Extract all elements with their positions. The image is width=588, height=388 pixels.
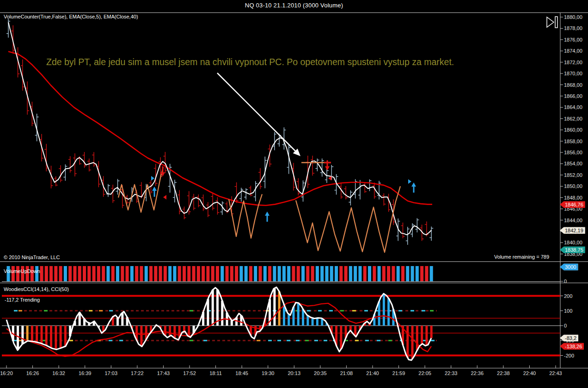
buy-arrow-icon	[152, 187, 157, 191]
price-axis-label: 1848,00	[564, 195, 582, 200]
step-bar-icon	[555, 17, 557, 28]
volume-bar	[121, 266, 124, 281]
volume-bar	[116, 266, 119, 281]
cci-histogram-bar	[421, 326, 423, 344]
price-axis-label: 1862,00	[564, 116, 582, 121]
volume-bar	[78, 266, 81, 281]
cci-histogram-bar	[64, 326, 67, 346]
volume-bar	[339, 266, 343, 281]
cci-histogram-bar	[425, 326, 428, 345]
volume-bar	[239, 266, 243, 281]
chart-annotation-text[interactable]: Zde byl PT, ale jedu sim a musel jsem na…	[46, 57, 454, 67]
cci-histogram-bar	[26, 326, 29, 341]
volume-bar	[168, 266, 172, 281]
sell-arrow-down-arrow-icon	[162, 166, 164, 172]
price-axis-label: 1850,00	[564, 183, 582, 189]
cci-histogram-bar	[50, 326, 52, 348]
volume-bar	[397, 266, 400, 281]
cci-histogram-bar	[45, 326, 48, 346]
cci-histogram-bar	[17, 326, 19, 350]
volume-bar	[192, 266, 196, 281]
entry-signal-icon	[151, 176, 154, 181]
cci-histogram-bar	[173, 326, 176, 338]
volume-bar	[73, 266, 76, 281]
entry-signal-icon	[408, 179, 411, 184]
volume-bar	[97, 266, 100, 281]
play-triangle-icon	[547, 17, 554, 27]
volume-bar	[135, 266, 138, 281]
cci-panel-label[interactable]: WoodiesCCI(14,14), CCI(50)	[4, 286, 69, 292]
cci-histogram-bar	[416, 326, 418, 351]
volume-bar	[344, 266, 348, 281]
cci-histogram-bar	[60, 326, 62, 348]
volume-bar	[335, 266, 338, 281]
price-marker-tag: 1838,75	[560, 246, 585, 253]
time-axis-label: 16:39	[79, 370, 92, 376]
cci-histogram-bar	[430, 326, 433, 338]
volume-bar	[406, 266, 409, 281]
cci-histogram-bar	[36, 326, 38, 342]
volume-bar	[216, 266, 219, 281]
volume-bar	[254, 266, 257, 281]
volume-bar	[249, 266, 252, 281]
volume-bar	[68, 266, 72, 281]
volume-bar	[358, 266, 361, 281]
price-axis-label: 1866,00	[564, 93, 582, 99]
cci-histogram-bar	[340, 326, 342, 349]
volume-bar	[297, 266, 300, 281]
cci-histogram-bar	[121, 313, 123, 326]
time-axis-label: 19:30	[262, 370, 275, 376]
copyright-label: © 2010 NinjaTrader, LLC	[4, 255, 60, 260]
volume-bar	[230, 266, 233, 281]
time-axis-label: 22:36	[471, 370, 484, 376]
volume-bar	[316, 266, 319, 281]
volume-bar	[263, 266, 267, 281]
price-axis-label: 1844,00	[564, 218, 582, 223]
ema40-line	[8, 51, 432, 205]
cci-histogram-bar	[406, 326, 409, 358]
volume-panel-label[interactable]: VolumeUpDown	[4, 268, 40, 274]
cci-axis-label: 0	[564, 323, 567, 328]
cci-histogram-bar	[411, 326, 414, 359]
volume-bar	[292, 266, 295, 281]
volume-bar	[211, 266, 214, 281]
volume-bar	[349, 266, 352, 281]
price-axis-label: 1852,00	[564, 172, 582, 178]
volume-bar	[363, 266, 367, 281]
volume-bar	[64, 266, 67, 281]
cci-histogram-bar	[188, 326, 190, 336]
volume-bar	[278, 266, 281, 281]
buy-arrow-up-arrow-icon	[154, 191, 155, 197]
price-axis-label: 1860,00	[564, 127, 582, 133]
time-axis-label: 22:38	[497, 370, 510, 376]
volume-bar	[387, 266, 390, 281]
volume-bar	[392, 266, 395, 281]
price-axis-label: 1840,00	[564, 240, 582, 245]
price-axis-label: 1856,00	[564, 150, 582, 155]
cci-axis-label: -200	[564, 353, 574, 358]
volume-bar	[258, 266, 262, 281]
volume-bar	[373, 266, 376, 281]
volume-bar	[183, 266, 186, 281]
volume-bar	[59, 266, 62, 281]
volume-bar	[378, 266, 381, 281]
cci-axis-label: 100	[564, 308, 572, 314]
volume-bar	[187, 266, 190, 281]
cci-histogram-bar	[169, 326, 171, 336]
cci-histogram-bar	[273, 288, 276, 326]
volume-bar	[87, 266, 91, 281]
replay-step-forward-icon[interactable]	[545, 16, 560, 31]
cci-status-label: -117,2 Trending	[5, 297, 40, 303]
time-axis-label: 16:20	[0, 370, 13, 376]
ema5-line	[8, 22, 431, 235]
volume-bar	[178, 266, 181, 281]
volume-bar	[83, 266, 86, 281]
volume-bar	[40, 266, 43, 281]
price-axis-label: 1872,00	[564, 60, 582, 65]
time-axis-label: 21:40	[366, 370, 379, 376]
time-axis-label: 21:08	[340, 370, 353, 376]
volume-bar	[425, 266, 428, 281]
main-indicator-label[interactable]: VolumeCounter(True,False), EMA(Close,5),…	[4, 14, 138, 19]
cci-histogram-bar	[306, 315, 309, 326]
volume-bar	[206, 266, 209, 281]
